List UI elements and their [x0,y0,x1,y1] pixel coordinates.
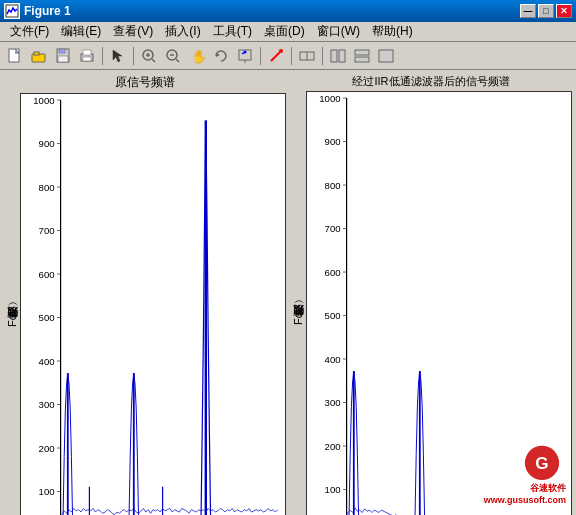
pan-button[interactable]: ✋ [186,45,208,67]
svg-text:800: 800 [325,180,341,191]
svg-rect-28 [331,50,337,62]
menu-window[interactable]: 窗口(W) [311,21,366,42]
svg-rect-8 [83,50,91,55]
svg-rect-3 [34,52,39,55]
svg-line-12 [152,59,155,62]
svg-text:600: 600 [325,267,341,278]
svg-text:700: 700 [325,223,341,234]
svg-text:100: 100 [325,484,341,495]
maximize-button[interactable]: □ [538,4,554,18]
watermark: G 谷速软件 www.gususoft.com [484,442,566,505]
left-y-axis-label: 频谱幅度F（ω） [4,93,20,515]
svg-line-16 [176,59,179,62]
toolbar-sep-2 [133,47,134,65]
svg-text:900: 900 [325,136,341,147]
watermark-brand: 谷速软件 www.gususoft.com [484,482,566,505]
svg-text:300: 300 [325,397,341,408]
svg-rect-32 [379,50,393,62]
zoom-out-button[interactable] [162,45,184,67]
svg-point-23 [244,50,247,53]
svg-text:500: 500 [39,312,55,323]
svg-text:800: 800 [39,182,55,193]
svg-marker-19 [216,53,220,57]
right-plot-title: 经过IIR低通滤波器后的信号频谱 [352,74,509,89]
svg-text:700: 700 [39,225,55,236]
data-cursor-button[interactable] [234,45,256,67]
title-bar: Figure 1 — □ ✕ [0,0,576,22]
save-button[interactable] [52,45,74,67]
svg-rect-30 [355,50,369,55]
left-plot-frame: 1000 900 800 700 600 500 400 300 200 100… [20,93,286,515]
layout-button-2[interactable] [351,45,373,67]
link-button[interactable] [296,45,318,67]
left-chart-svg: 1000 900 800 700 600 500 400 300 200 100… [21,94,285,515]
open-button[interactable] [28,45,50,67]
toolbar-sep-5 [322,47,323,65]
svg-text:200: 200 [325,441,341,452]
zoom-in-button[interactable] [138,45,160,67]
svg-rect-5 [59,49,65,53]
svg-text:600: 600 [39,269,55,280]
svg-text:400: 400 [325,354,341,365]
layout-button-3[interactable] [375,45,397,67]
menu-tools[interactable]: 工具(T) [207,21,258,42]
svg-rect-29 [339,50,345,62]
layout-button-1[interactable] [327,45,349,67]
svg-rect-9 [83,57,91,61]
print-button[interactable] [76,45,98,67]
svg-text:300: 300 [39,399,55,410]
window-title: Figure 1 [24,4,71,18]
minimize-button[interactable]: — [520,4,536,18]
toolbar-sep-3 [260,47,261,65]
arrow-tool[interactable] [107,45,129,67]
menu-file[interactable]: 文件(F) [4,21,55,42]
toolbar: ✋ [0,42,576,70]
svg-text:500: 500 [325,310,341,321]
svg-text:1000: 1000 [33,95,54,106]
svg-rect-31 [355,57,369,62]
app-icon [4,3,20,19]
plot-area: 原信号频谱 频谱幅度F（ω） 1000 900 800 700 600 [0,70,576,515]
svg-text:G: G [535,453,548,473]
menu-edit[interactable]: 编辑(E) [55,21,107,42]
right-plot-container: 经过IIR低通滤波器后的信号频谱 频谱幅度F（ω） 1000 900 800 7… [290,74,572,511]
toolbar-sep-4 [291,47,292,65]
menu-insert[interactable]: 插入(I) [159,21,206,42]
menu-desktop[interactable]: 桌面(D) [258,21,311,42]
svg-rect-6 [58,56,68,62]
brush-button[interactable] [265,45,287,67]
svg-point-25 [279,49,283,53]
left-plot-title: 原信号频谱 [115,74,175,91]
svg-marker-10 [113,50,122,62]
svg-text:✋: ✋ [191,48,205,64]
svg-text:400: 400 [39,356,55,367]
right-y-axis-label: 频谱幅度F（ω） [290,91,306,515]
svg-text:200: 200 [39,443,55,454]
svg-text:1000: 1000 [319,93,340,104]
watermark-line1: 谷速软件 [484,482,566,495]
left-plot-container: 原信号频谱 频谱幅度F（ω） 1000 900 800 700 600 [4,74,286,511]
svg-line-24 [271,52,280,61]
watermark-line2: www.gususoft.com [484,495,566,505]
toolbar-sep-1 [102,47,103,65]
watermark-logo-svg: G [518,442,566,482]
menu-bar: 文件(F) 编辑(E) 查看(V) 插入(I) 工具(T) 桌面(D) 窗口(W… [0,22,576,42]
svg-text:100: 100 [39,486,55,497]
new-button[interactable] [4,45,26,67]
menu-help[interactable]: 帮助(H) [366,21,419,42]
svg-text:900: 900 [39,138,55,149]
close-button[interactable]: ✕ [556,4,572,18]
rotate-button[interactable] [210,45,232,67]
menu-view[interactable]: 查看(V) [107,21,159,42]
